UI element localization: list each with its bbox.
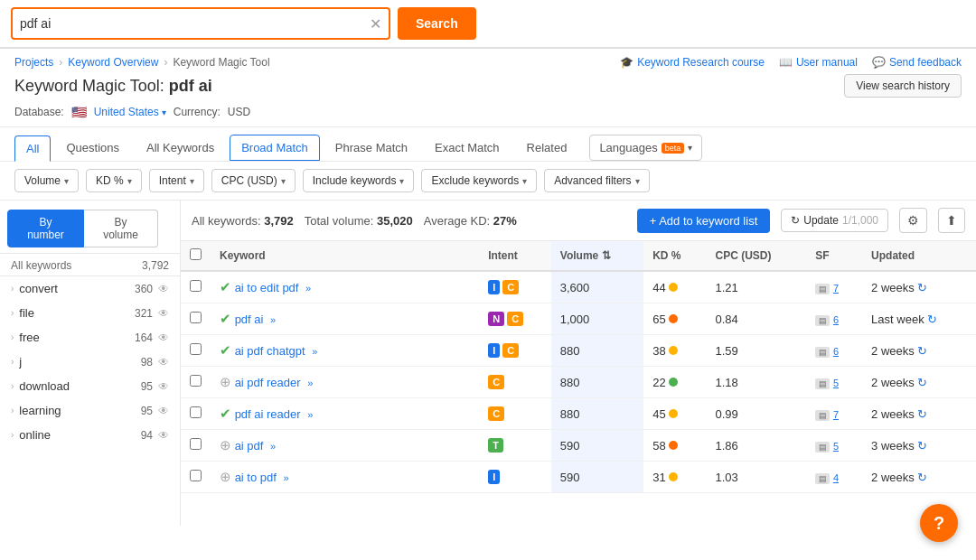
add-to-keyword-list-button[interactable]: + Add to keyword list	[637, 209, 771, 233]
kd-dot	[669, 283, 678, 292]
sf-number[interactable]: 5	[833, 378, 839, 388]
row-checkbox-cell	[181, 462, 211, 493]
help-button[interactable]: ?	[920, 504, 958, 542]
eye-icon[interactable]: 👁	[158, 405, 169, 417]
tab-all-keywords[interactable]: All Keywords	[135, 135, 226, 161]
export-button[interactable]: ⬆	[938, 208, 965, 233]
sidebar-item-free[interactable]: › free 164 👁	[0, 325, 180, 350]
clear-icon[interactable]: ✕	[370, 15, 381, 33]
row-checkbox[interactable]	[190, 312, 202, 323]
sidebar-item-count: 321	[135, 307, 153, 320]
intent-cell: I C	[479, 335, 551, 367]
page-title: Keyword Magic Tool: pdf ai	[14, 77, 212, 96]
keyword-link[interactable]: ai pdf reader	[235, 376, 301, 389]
header-volume[interactable]: Volume ⇅	[551, 241, 643, 271]
update-button[interactable]: ↻ Update 1/1,000	[781, 209, 888, 232]
search-button[interactable]: Search	[398, 7, 476, 40]
row-checkbox[interactable]	[190, 375, 202, 387]
refresh-icon[interactable]: ↻	[927, 313, 937, 326]
row-checkbox[interactable]	[190, 438, 202, 450]
tab-all[interactable]: All	[14, 135, 51, 162]
refresh-icon[interactable]: ↻	[917, 471, 927, 484]
sidebar-item-count: 95	[141, 405, 153, 417]
refresh-icon[interactable]: ↻	[917, 281, 927, 294]
database-row: Database: 🇺🇸 United States ▾ Currency: U…	[0, 101, 976, 127]
tab-related[interactable]: Related	[515, 135, 579, 161]
breadcrumb-keyword-overview[interactable]: Keyword Overview	[68, 56, 158, 69]
view-search-history-button[interactable]: View search history	[844, 74, 962, 98]
sf-number[interactable]: 6	[833, 346, 839, 357]
updated-cell: 2 weeks ↻	[862, 271, 976, 303]
tab-broad-match[interactable]: Broad Match	[230, 135, 320, 161]
sf-number[interactable]: 4	[833, 472, 839, 483]
tab-phrase-match[interactable]: Phrase Match	[324, 135, 419, 161]
keyword-link[interactable]: ai to edit pdf	[235, 281, 299, 294]
row-checkbox[interactable]	[190, 280, 202, 292]
keyword-link[interactable]: ai pdf	[235, 439, 264, 453]
keyword-arrows-icon[interactable]: »	[312, 346, 317, 357]
breadcrumb-projects[interactable]: Projects	[14, 56, 53, 69]
refresh-icon[interactable]: ↻	[917, 439, 927, 453]
user-manual-link[interactable]: 📖 User manual	[779, 56, 858, 69]
database-country[interactable]: United States ▾	[94, 106, 166, 118]
sf-number[interactable]: 5	[833, 441, 839, 452]
row-checkbox[interactable]	[190, 470, 202, 481]
sf-icon: ▤	[815, 315, 830, 326]
keyword-arrows-icon[interactable]: »	[270, 314, 276, 325]
check-icon: ✔	[220, 406, 231, 421]
sf-number[interactable]: 7	[833, 283, 839, 294]
kd-cell: 44	[643, 271, 706, 303]
chevron-down-icon: ▾	[399, 176, 404, 186]
sidebar-item-file[interactable]: › file 321 👁	[0, 301, 180, 325]
sidebar-item-label: j	[19, 355, 22, 369]
by-number-button[interactable]: By number	[7, 210, 84, 247]
filter-kd[interactable]: KD % ▾	[86, 169, 142, 192]
keyword-link[interactable]: ai pdf chatgpt	[235, 344, 305, 358]
sf-number[interactable]: 7	[833, 409, 839, 420]
filter-intent[interactable]: Intent ▾	[149, 169, 204, 192]
keyword-arrows-icon[interactable]: »	[307, 409, 313, 420]
tab-languages[interactable]: Languages beta ▾	[589, 135, 702, 161]
row-checkbox[interactable]	[190, 343, 202, 355]
sidebar-item-online[interactable]: › online 94 👁	[0, 423, 180, 447]
keyword-arrows-icon[interactable]: »	[270, 441, 276, 452]
eye-icon[interactable]: 👁	[158, 283, 169, 295]
select-all-checkbox[interactable]	[190, 248, 202, 260]
refresh-icon[interactable]: ↻	[917, 407, 927, 421]
eye-icon[interactable]: 👁	[158, 380, 169, 393]
keyword-cell: ✔ pdf ai reader »	[211, 398, 479, 430]
book-icon: 📖	[779, 56, 793, 69]
eye-icon[interactable]: 👁	[158, 356, 169, 369]
sidebar-item-j[interactable]: › j 98 👁	[0, 350, 180, 374]
by-volume-button[interactable]: By volume	[84, 210, 158, 247]
eye-icon[interactable]: 👁	[158, 331, 169, 344]
keyword-arrows-icon[interactable]: »	[307, 378, 313, 388]
keyword-link[interactable]: ai to pdf	[235, 471, 277, 484]
eye-icon[interactable]: 👁	[158, 429, 169, 442]
keyword-link[interactable]: pdf ai reader	[235, 407, 301, 421]
refresh-icon[interactable]: ↻	[917, 376, 927, 389]
filter-include-keywords[interactable]: Include keywords ▾	[303, 169, 415, 192]
plus-circle-icon: ⊕	[220, 374, 231, 389]
sidebar-item-learning[interactable]: › learning 95 👁	[0, 398, 180, 423]
table-row: ✔ ai pdf chatgpt » I C 880 38 1.59 ▤ 6	[181, 335, 976, 367]
send-feedback-link[interactable]: 💬 Send feedback	[872, 56, 962, 69]
eye-icon[interactable]: 👁	[158, 307, 169, 320]
keyword-research-course-link[interactable]: 🎓 Keyword Research course	[620, 56, 765, 69]
row-checkbox[interactable]	[190, 406, 202, 418]
filter-advanced[interactable]: Advanced filters ▾	[544, 169, 649, 192]
sf-number[interactable]: 6	[833, 314, 839, 325]
search-input[interactable]	[20, 16, 370, 31]
keyword-arrows-icon[interactable]: »	[305, 283, 311, 294]
settings-button[interactable]: ⚙	[899, 208, 927, 233]
keyword-link[interactable]: pdf ai	[235, 313, 264, 326]
tab-exact-match[interactable]: Exact Match	[423, 135, 511, 161]
refresh-icon[interactable]: ↻	[917, 344, 927, 358]
filter-cpc[interactable]: CPC (USD) ▾	[211, 169, 296, 192]
sidebar-item-convert[interactable]: › convert 360 👁	[0, 276, 180, 301]
filter-exclude-keywords[interactable]: Exclude keywords ▾	[421, 169, 537, 192]
sidebar-item-download[interactable]: › download 95 👁	[0, 374, 180, 398]
keyword-arrows-icon[interactable]: »	[284, 472, 289, 483]
filter-volume[interactable]: Volume ▾	[14, 169, 79, 192]
tab-questions[interactable]: Questions	[54, 135, 131, 161]
